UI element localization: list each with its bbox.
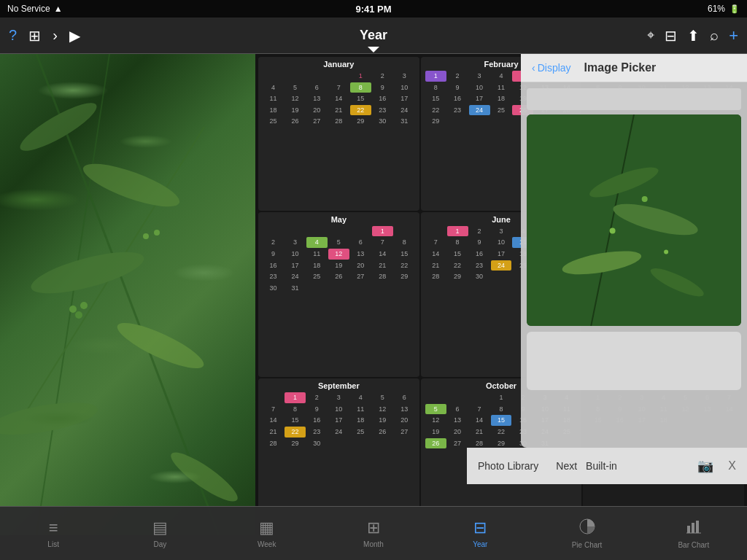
- day: 7: [263, 404, 284, 415]
- day: [306, 226, 328, 237]
- day: 17: [328, 415, 349, 426]
- day: 9: [447, 82, 468, 93]
- day: 29: [425, 116, 446, 127]
- day: 15: [447, 249, 468, 260]
- day: 16: [469, 249, 490, 260]
- january-label: January: [263, 60, 415, 69]
- day: 26: [425, 438, 446, 449]
- svg-point-21: [642, 196, 648, 202]
- day: 14: [372, 249, 393, 260]
- day: 23: [469, 260, 490, 271]
- svg-point-6: [112, 315, 208, 376]
- day: 12: [425, 415, 446, 426]
- day: 24: [469, 105, 490, 116]
- day: 2: [447, 71, 468, 82]
- day: 17: [469, 93, 490, 104]
- svg-rect-25: [692, 523, 694, 533]
- day: 13: [447, 415, 468, 426]
- status-right: 61% 🔋: [708, 4, 740, 14]
- no-service-label: No Service: [7, 4, 50, 14]
- tab-list[interactable]: ≡ List: [0, 518, 107, 548]
- day: 27: [306, 116, 328, 127]
- day: 11: [263, 93, 284, 104]
- day: 25: [350, 427, 371, 438]
- day: 17: [491, 249, 512, 260]
- share-button[interactable]: ⬆: [687, 27, 700, 44]
- fingerprint-icon[interactable]: ⌖: [647, 28, 654, 43]
- day: 25: [491, 105, 512, 116]
- play-button[interactable]: ▶: [69, 27, 80, 44]
- tab-bar-chart[interactable]: Bar Chart: [640, 518, 747, 549]
- day: 8: [425, 82, 446, 93]
- close-button[interactable]: X: [728, 459, 736, 472]
- nav-right: ⌖ ⊟ ⬆ ⌕ +: [647, 26, 738, 45]
- day: 5: [372, 392, 393, 403]
- calendar-icon[interactable]: ⊟: [665, 27, 677, 44]
- svg-point-7: [0, 396, 100, 441]
- day: [328, 71, 349, 82]
- day: 1: [285, 392, 306, 403]
- day: 22: [350, 105, 371, 116]
- day: 3: [394, 71, 415, 82]
- day: 31: [394, 116, 415, 127]
- day: 27: [350, 271, 371, 282]
- day: [328, 226, 349, 237]
- svg-point-20: [610, 228, 616, 234]
- day: 15: [350, 93, 371, 104]
- day: [469, 392, 490, 403]
- camera-icon[interactable]: 📷: [697, 458, 713, 474]
- day: 8: [491, 404, 512, 415]
- day: 10: [328, 404, 349, 415]
- day: 8: [350, 82, 371, 93]
- day: 9: [263, 249, 284, 260]
- day: 2: [263, 237, 284, 248]
- day: 4: [306, 237, 328, 248]
- day: 11: [306, 249, 328, 260]
- tab-year[interactable]: ⊟ Year: [427, 518, 533, 548]
- photo-library-button[interactable]: Photo Library: [478, 460, 538, 472]
- forward-button[interactable]: ›: [53, 27, 58, 44]
- day: 29: [285, 438, 306, 449]
- background-image: [0, 54, 255, 535]
- grid-button[interactable]: ⊞: [28, 27, 41, 44]
- day: 10: [491, 237, 512, 248]
- day: 18: [306, 260, 328, 271]
- day-icon: ▤: [152, 518, 168, 537]
- may-days: 1 2 3 4 5 6 7 8 9 10 11 12 13 14 15 16 1…: [263, 226, 415, 294]
- day: 14: [469, 415, 490, 426]
- tab-pie-chart[interactable]: Pie Chart: [533, 518, 640, 549]
- image-picker-panel: ‹ Display Image Picker: [521, 54, 747, 448]
- day: 25: [306, 271, 328, 282]
- search-button[interactable]: ⌕: [710, 27, 719, 44]
- day: 24: [285, 271, 306, 282]
- help-button[interactable]: ?: [9, 27, 17, 44]
- january-days: 1 2 3 4 5 6 7 8 9 10 11 12 13 14 15 16 1…: [263, 71, 415, 127]
- day: 26: [328, 271, 349, 282]
- battery-icon: 🔋: [729, 4, 740, 14]
- day: 14: [328, 93, 349, 104]
- next-button[interactable]: Next: [556, 460, 577, 472]
- add-button[interactable]: +: [729, 26, 738, 45]
- day: 22: [447, 260, 468, 271]
- svg-point-10: [80, 302, 88, 309]
- day: 15: [491, 415, 512, 426]
- day: 16: [447, 93, 468, 104]
- september-label: September: [263, 381, 415, 390]
- day: 28: [425, 271, 446, 282]
- day: 3: [285, 237, 306, 248]
- day: 9: [469, 237, 490, 248]
- display-back-button[interactable]: ‹ Display: [532, 62, 571, 74]
- day: 20: [447, 427, 468, 438]
- day: 29: [491, 438, 512, 449]
- day: 15: [285, 415, 306, 426]
- tab-month[interactable]: ⊞ Month: [320, 518, 427, 548]
- day: [263, 71, 284, 82]
- tab-bar: ≡ List ▤ Day ▦ Week ⊞ Month ⊟ Year Pie C…: [0, 506, 747, 560]
- status-bar: No Service ▲ 9:41 PM 61% 🔋: [0, 0, 747, 18]
- tab-day[interactable]: ▤ Day: [107, 518, 213, 548]
- display-label: Display: [538, 62, 571, 74]
- day: 19: [372, 415, 393, 426]
- day: [263, 226, 284, 237]
- tab-week[interactable]: ▦ Week: [214, 518, 320, 548]
- day: 24: [394, 105, 415, 116]
